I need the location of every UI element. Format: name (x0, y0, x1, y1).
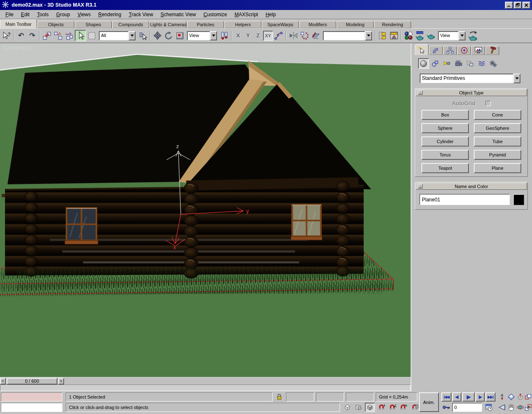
time-configuration-icon[interactable] (484, 403, 494, 412)
3d-snap-icon[interactable]: 3 (377, 403, 387, 412)
select-and-scale-icon[interactable] (174, 30, 185, 41)
modify-tab[interactable] (429, 46, 443, 55)
cylinder-button[interactable]: Cylinder (421, 136, 469, 146)
tab-shapes[interactable]: Shapes (75, 21, 112, 28)
dropdown-arrow-icon[interactable] (365, 31, 372, 40)
teapot-button[interactable]: Teapot (421, 163, 469, 173)
tab-particles[interactable]: Particles (187, 21, 224, 28)
tab-modeling[interactable]: Modeling (337, 21, 374, 28)
zoom-extents-all-icon[interactable] (525, 392, 532, 402)
percent-snap-icon[interactable]: % (398, 403, 408, 412)
undo-icon[interactable]: ↶ (15, 30, 27, 41)
dolly-camera-icon[interactable] (498, 392, 506, 402)
render-type-dropdown[interactable]: View (438, 31, 466, 40)
dropdown-arrow-icon[interactable] (458, 31, 466, 40)
systems-icon[interactable] (488, 58, 499, 69)
space-warps-icon[interactable] (476, 58, 487, 69)
maxscript-mini-listener[interactable] (1, 403, 62, 412)
viewport-scene[interactable]: z y x (0, 43, 411, 377)
torus-button[interactable]: Torus (421, 150, 469, 160)
maxscript-mini-listener-macro[interactable] (1, 392, 62, 402)
quick-render-icon[interactable] (425, 30, 436, 41)
tube-button[interactable]: Tube (474, 136, 521, 146)
viewport-label[interactable]: Camera01 (3, 45, 32, 51)
menu-tools[interactable]: Tools (33, 10, 52, 19)
use-pivot-point-center-icon[interactable] (219, 30, 230, 41)
pan-hand-icon[interactable] (507, 403, 515, 412)
shapes-icon[interactable] (430, 58, 441, 69)
sphere-button[interactable]: Sphere (421, 123, 469, 133)
geosphere-button[interactable]: GeoSphere (474, 123, 521, 133)
tab-main-toolbar[interactable]: Main Toolbar (0, 20, 37, 28)
create-tab[interactable] (415, 44, 429, 55)
current-frame-field[interactable]: 0 (452, 403, 482, 412)
open-track-view-icon[interactable] (377, 30, 388, 41)
degradation-override-icon[interactable] (342, 403, 352, 412)
menu-rendering[interactable]: Rendering (94, 10, 125, 19)
play-button[interactable]: ▶ (462, 392, 475, 402)
spinner-snap-icon[interactable] (410, 403, 420, 412)
cameras-icon[interactable] (453, 58, 464, 69)
selection-filter-dropdown[interactable]: All (99, 31, 135, 40)
menu-help[interactable]: Help (262, 10, 280, 19)
next-frame-arrow[interactable]: > (58, 378, 64, 384)
tab-helpers[interactable]: Helpers (224, 21, 261, 28)
material-editor-icon[interactable] (403, 30, 414, 41)
reference-coordinate-system-dropdown[interactable]: View (187, 31, 217, 40)
object-type-rollout-header[interactable]: _ Object Type (416, 89, 527, 96)
motion-tab[interactable] (457, 46, 471, 55)
menu-customize[interactable]: Customize (200, 10, 231, 19)
bind-to-space-warp-icon[interactable] (64, 30, 75, 41)
helpers-icon[interactable] (465, 58, 475, 69)
ik-toggle-icon[interactable] (273, 30, 284, 41)
key-mode-icon[interactable] (441, 403, 451, 412)
align-icon[interactable] (310, 30, 321, 41)
restrict-x-button[interactable]: X (233, 31, 243, 41)
angle-snap-icon[interactable]: ∠ (387, 403, 397, 412)
menu-edit[interactable]: Edit (17, 10, 33, 19)
object-name-field[interactable]: Plane01 (419, 194, 510, 205)
dropdown-arrow-icon[interactable] (513, 74, 520, 83)
autogrid-checkbox[interactable] (485, 101, 491, 106)
tab-modifiers[interactable]: Modifiers (299, 21, 336, 28)
cone-button[interactable]: Cone (474, 110, 521, 120)
open-schematic-view-icon[interactable] (388, 30, 399, 41)
mirror-icon[interactable] (288, 30, 299, 41)
tab-compounds[interactable]: Compounds (112, 21, 149, 28)
category-dropdown[interactable]: Standard Primitives (420, 74, 520, 83)
select-object-icon[interactable] (75, 30, 86, 41)
redo-icon[interactable]: ↷ (27, 30, 38, 41)
restrict-z-button[interactable]: Z (253, 31, 263, 41)
snap-toggle-icon[interactable] (365, 403, 375, 412)
render-last-icon[interactable] (467, 30, 478, 41)
select-and-link-icon[interactable] (41, 30, 52, 41)
named-selection-sets-dropdown[interactable] (323, 31, 372, 40)
title-bar[interactable]: demo02.max - 3D Studio MAX R3.1 (0, 0, 532, 10)
minimize-button[interactable] (505, 2, 513, 9)
close-button[interactable] (522, 2, 530, 9)
object-color-swatch[interactable] (513, 194, 524, 205)
tab-lights-cameras[interactable]: Lights & Cameras (150, 21, 187, 28)
go-to-start-button[interactable]: |◀◀ (441, 392, 451, 402)
field-of-view-icon[interactable] (498, 403, 506, 412)
dropdown-arrow-icon[interactable] (210, 31, 217, 40)
select-and-move-icon[interactable] (152, 30, 163, 41)
collapse-icon[interactable]: _ (418, 90, 423, 95)
previous-frame-arrow[interactable]: < (0, 378, 6, 384)
selection-lock-icon[interactable] (274, 392, 284, 402)
menu-track-view[interactable]: Track View (125, 10, 157, 19)
select-by-name-icon[interactable] (137, 30, 148, 41)
restrict-y-button[interactable]: Y (243, 31, 253, 41)
tab-spacewarps[interactable]: SpaceWarps (262, 21, 299, 28)
dropdown-arrow-icon[interactable] (128, 31, 135, 40)
menu-schematic-view[interactable]: Schematic View (157, 10, 200, 19)
animate-button[interactable]: Anim. (419, 392, 439, 412)
restore-button[interactable] (514, 2, 522, 9)
min-max-toggle-icon[interactable] (525, 403, 532, 412)
next-frame-button[interactable]: |▶ (475, 392, 485, 402)
time-slider-handle[interactable]: 0 / 600 (7, 378, 57, 384)
plane-button[interactable]: Plane (474, 163, 521, 173)
hierarchy-tab[interactable] (443, 46, 457, 55)
track-bar[interactable] (0, 384, 411, 391)
collapse-icon[interactable]: _ (418, 184, 423, 188)
